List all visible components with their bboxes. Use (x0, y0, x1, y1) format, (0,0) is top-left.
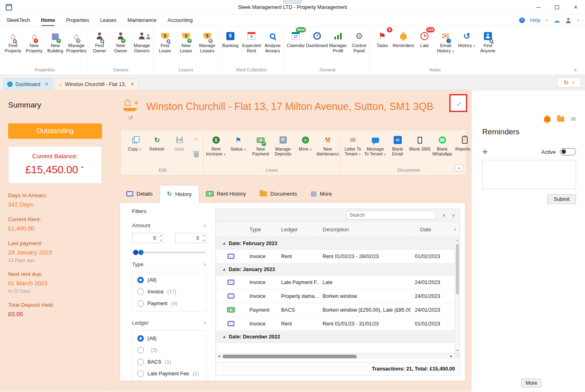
tab-history[interactable]: ↻History (160, 185, 199, 202)
menu-maintenance[interactable]: Maintenance (128, 17, 157, 23)
status-button[interactable]: ⚑Status ∨ (227, 132, 249, 167)
group-row-february-2023[interactable]: Date: February 2023 (216, 237, 455, 250)
close-button[interactable]: ✕ (566, 0, 585, 15)
history-small-icon[interactable]: ↺ (128, 114, 133, 121)
filter-section-type[interactable]: Type∧ (132, 261, 206, 267)
help-chevron-icon[interactable]: ∨ (546, 19, 548, 22)
dashboard-button[interactable]: Dashboard (306, 28, 327, 66)
tab-property[interactable]: ⌂ Winston Churchill - Flat 13, ✕ (54, 78, 138, 90)
analyse-arrears-button[interactable]: Analyse Arrears (262, 28, 283, 66)
table-row[interactable]: Invoice Rent Rent 01/02/23 - 28/02/23 01… (216, 250, 455, 263)
save-button[interactable]: Save (168, 132, 191, 167)
new-lease-button[interactable]: $+New Lease (176, 28, 197, 66)
spinner-icons[interactable]: ▲▼ (160, 234, 162, 242)
undo-button[interactable]: ↶ (192, 136, 201, 144)
blank-sms-button[interactable]: Blank SMS (409, 132, 431, 167)
search-down-icon[interactable]: ∨ (452, 213, 455, 218)
rent-increase-button[interactable]: $Rent Increase ∨ (205, 132, 227, 167)
column-type[interactable]: Type (245, 222, 277, 237)
radio-ledger-late-payment-fee[interactable]: Late Payment Fee(1) (137, 370, 201, 377)
table-row[interactable]: Invoice Late Payment F... Late 24/01/202… (216, 276, 455, 289)
slider-handle-min[interactable] (133, 250, 139, 255)
late-button[interactable]: 124Late (414, 28, 435, 66)
new-payment-button[interactable]: $+New Payment (249, 132, 272, 167)
mail-icon[interactable]: ✉ (571, 115, 576, 123)
active-toggle[interactable] (560, 148, 576, 155)
more-button[interactable]: More (521, 379, 542, 388)
radio-type-payment[interactable]: Payment(4) (137, 300, 201, 307)
menu-home[interactable]: Home (41, 17, 55, 23)
user-icon[interactable] (566, 17, 571, 23)
find-anyone-button[interactable]: Find Anyone (477, 28, 498, 66)
manage-properties-button[interactable]: ⌂⚙Manage Properties (66, 28, 87, 66)
new-maintenance-button[interactable]: ⚒New Maintenance (316, 132, 339, 167)
manage-deposits-button[interactable]: ⚙Manage Deposits (272, 132, 294, 167)
tab-rent-history[interactable]: $Rent History (199, 185, 253, 202)
submit-button[interactable]: Submit (547, 194, 576, 204)
find-property-button[interactable]: ⌂Find Property (2, 28, 24, 66)
vertical-scrollbar[interactable]: ▲ ▼ (455, 237, 460, 353)
radio-type-invoice[interactable]: Invoice(17) (137, 289, 201, 295)
menu-leases[interactable]: Leases (100, 17, 116, 23)
user-chevron-icon[interactable]: ∨ (577, 19, 579, 22)
manage-leases-button[interactable]: $⚙Manage Leases (197, 28, 218, 66)
scroll-left-icon[interactable]: ◀ (216, 353, 222, 359)
message-to-tenant-button[interactable]: Message To Tenant ∨ (364, 132, 386, 167)
bell-icon[interactable] (544, 116, 550, 122)
tab-dashboard[interactable]: Dashboard ✕ (3, 78, 52, 90)
reminders-button[interactable]: Reminders (393, 28, 414, 66)
scroll-up-icon[interactable]: ▲ (455, 239, 460, 241)
scroll-right-icon[interactable]: ▶ (448, 353, 454, 359)
horizontal-scroll-thumb[interactable] (223, 355, 357, 358)
column-description[interactable]: Description (318, 222, 416, 237)
tab-documents[interactable]: Documents (253, 185, 304, 202)
minimize-button[interactable] (529, 0, 548, 15)
new-building-button[interactable]: ▦+New Building (45, 28, 66, 66)
table-row[interactable]: Invoice Property dama... Borken window 2… (216, 289, 455, 303)
radio-type-all[interactable]: (All) (137, 277, 201, 283)
blank-whatsapp-button[interactable]: ☎Blank WhatsApp (431, 132, 453, 167)
manager-profit-button[interactable]: Manager Profit (327, 28, 349, 66)
blank-email-button[interactable]: ✉Blank Email (386, 132, 409, 167)
table-row[interactable]: $ Payment BACS Borken window (£250.00), … (216, 303, 455, 317)
lease-ribbon-collapse-icon[interactable]: ∧ (455, 164, 463, 172)
expand-button-highlighted[interactable]: ↔ (449, 94, 467, 112)
email-history-button[interactable]: ✉◔Email History ∨ (435, 28, 456, 66)
vertical-scroll-thumb[interactable] (456, 244, 459, 295)
control-panel-button[interactable]: ⚙Control Panel (349, 28, 370, 66)
group-row-january-2023[interactable]: Date: January 2023 (216, 263, 455, 276)
radio-ledger-all[interactable]: (All) (137, 335, 201, 342)
close-tab-icon[interactable]: ✕ (130, 82, 134, 87)
reminder-input[interactable] (482, 160, 576, 189)
amount-min-input[interactable]: 0▲▼ (132, 233, 163, 243)
filter-section-amount[interactable]: Amount∧ (132, 222, 206, 228)
menu-accounting[interactable]: Accounting (167, 17, 193, 23)
column-ledger[interactable]: Ledger (277, 222, 318, 237)
radio-ledger-bacs[interactable]: BACS(1) (137, 359, 201, 365)
column-date[interactable]: Date∨ (416, 222, 460, 237)
filter-chevron-icon[interactable]: ∨ (454, 228, 456, 231)
amount-range-slider[interactable] (133, 252, 206, 253)
table-row[interactable]: Invoice Rent Rent 01/01/23 - 31/01/23 01… (216, 317, 455, 331)
banking-button[interactable]: $Banking (220, 28, 241, 66)
expected-rent-button[interactable]: $Expected Rent (241, 28, 262, 66)
refresh-button[interactable]: ↻Refresh (146, 132, 168, 167)
history-button[interactable]: ↺History ∨ (456, 28, 477, 66)
close-tab-icon[interactable]: ✕ (45, 82, 48, 87)
calendar-button[interactable]: New17Calendar (285, 28, 306, 66)
manage-owners-button[interactable]: Manage Owners (131, 28, 152, 66)
new-owner-button[interactable]: +New Owner (110, 28, 131, 66)
tab-details[interactable]: Details (119, 185, 160, 202)
group-row-december-2022[interactable]: Date: December 2022 (216, 331, 455, 343)
tab-more[interactable]: ▤More (304, 185, 339, 202)
radio-ledger-blank[interactable]: (3) (137, 347, 201, 353)
ribbon-collapse-icon[interactable]: ∧ (574, 68, 577, 72)
folder-icon[interactable] (557, 116, 564, 122)
copy-button[interactable]: Copy ∨ (124, 132, 146, 167)
menu-properties[interactable]: Properties (66, 17, 89, 23)
search-input[interactable] (346, 211, 436, 220)
help-button[interactable]: Help (530, 17, 541, 23)
menu-sleektech[interactable]: SleekTech (6, 17, 30, 23)
search-up-icon[interactable]: ∧ (442, 213, 446, 218)
outstanding-button[interactable]: Outstanding (8, 123, 102, 139)
